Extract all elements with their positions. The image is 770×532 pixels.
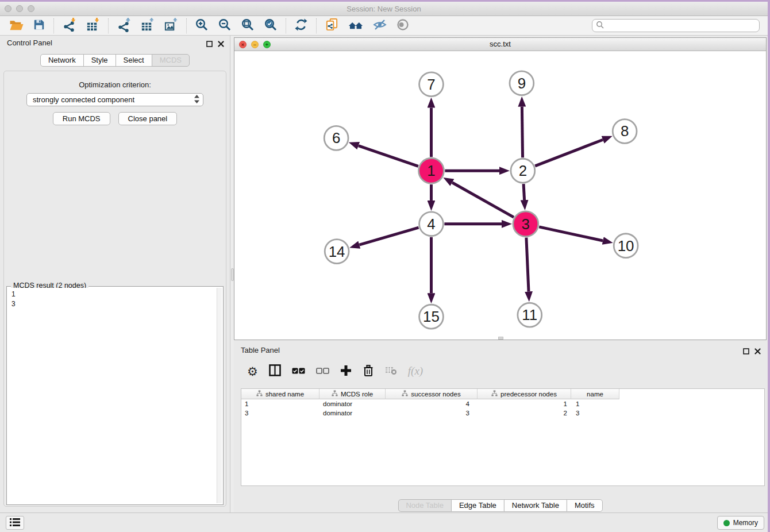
export-network-button[interactable] <box>112 17 136 34</box>
column-header[interactable]: successor nodes <box>386 389 478 399</box>
svg-text:2: 2 <box>519 163 527 179</box>
graph-node-14[interactable]: 14 <box>325 240 349 264</box>
search-icon <box>596 21 604 31</box>
close-panel-icon[interactable] <box>218 39 224 49</box>
toolbar-separator <box>186 18 187 33</box>
svg-text:9: 9 <box>518 75 526 91</box>
node-table: shared name MCDS role successor nodes pr… <box>241 388 765 486</box>
close-network-icon[interactable]: × <box>239 41 247 48</box>
result-line: 1 <box>11 290 218 299</box>
export-table-button[interactable] <box>136 17 159 34</box>
function-builder-button[interactable]: f(x) <box>405 363 426 380</box>
tab-mcds[interactable]: MCDS <box>152 54 190 67</box>
graph-node-8[interactable]: 8 <box>613 119 637 144</box>
close-window-icon[interactable] <box>5 5 11 12</box>
table-row[interactable]: 1dominator411 <box>241 399 764 408</box>
graph-node-11[interactable]: 11 <box>518 303 542 327</box>
tab-edge-table[interactable]: Edge Table <box>451 499 505 512</box>
graph-node-7[interactable]: 7 <box>419 72 444 97</box>
hide-selected-button[interactable] <box>368 17 391 34</box>
float-panel-icon[interactable] <box>743 346 749 357</box>
open-session-button[interactable] <box>5 17 28 34</box>
column-header[interactable]: name <box>571 389 619 399</box>
show-all-button[interactable] <box>391 17 414 34</box>
task-history-button[interactable] <box>6 516 24 530</box>
add-row-button[interactable] <box>337 363 355 380</box>
node-table-body: 1dominator4113dominator323 <box>241 399 764 418</box>
criterion-value: strongly connected component <box>33 95 134 104</box>
graph-edge-3-11[interactable] <box>526 238 529 292</box>
search-input[interactable] <box>604 22 756 30</box>
resize-grip-icon[interactable] <box>498 337 503 340</box>
zoom-out-button[interactable] <box>213 17 236 34</box>
graph-edge-4-14[interactable] <box>359 228 418 245</box>
close-panel-button[interactable]: Close panel <box>118 112 178 125</box>
minimize-network-icon[interactable]: − <box>251 41 259 48</box>
graph-node-10[interactable]: 10 <box>614 234 638 258</box>
graph-node-15[interactable]: 15 <box>419 304 444 329</box>
panel-divider[interactable] <box>230 36 234 512</box>
close-panel-icon[interactable] <box>754 346 761 357</box>
graph-edge-2-3[interactable] <box>523 184 525 200</box>
first-neighbors-button[interactable] <box>344 17 368 34</box>
apply-layout-button[interactable] <box>290 17 313 34</box>
maximize-window-icon[interactable] <box>28 5 34 12</box>
scrollbar[interactable] <box>217 288 222 503</box>
graph-node-9[interactable]: 9 <box>510 71 534 95</box>
zoom-selected-button[interactable] <box>259 17 282 34</box>
graph-edge-2-9[interactable] <box>522 107 522 158</box>
zoom-fit-button[interactable] <box>236 17 259 34</box>
float-panel-icon[interactable] <box>206 39 213 49</box>
import-network-button[interactable] <box>57 17 81 34</box>
graph-edge-3-10[interactable] <box>539 227 603 241</box>
delete-row-button[interactable] <box>360 363 377 380</box>
tab-node-table[interactable]: Node Table <box>398 499 452 512</box>
graph-edge-3-1[interactable] <box>452 183 514 217</box>
save-session-button[interactable] <box>28 17 50 34</box>
network-window-controls: × − + <box>239 41 271 48</box>
graph-edge-1-6[interactable] <box>359 146 418 167</box>
graph-node-3[interactable]: 3 <box>513 211 538 237</box>
svg-text:1: 1 <box>427 163 435 179</box>
svg-text:7: 7 <box>427 76 435 92</box>
table-cell: 2 <box>478 408 571 418</box>
tab-network[interactable]: Network <box>40 54 84 67</box>
new-network-from-selection-button[interactable] <box>320 17 344 34</box>
toolbar-separator <box>53 18 54 33</box>
minimize-window-icon[interactable] <box>16 5 23 12</box>
import-table-button[interactable] <box>81 17 105 34</box>
graph-edge-2-8[interactable] <box>535 140 603 166</box>
graph-node-2[interactable]: 2 <box>511 159 535 183</box>
graph-node-1[interactable]: 1 <box>419 158 444 183</box>
criterion-select[interactable]: strongly connected component <box>26 93 203 106</box>
table-row[interactable]: 3dominator323 <box>241 408 764 418</box>
column-visibility-button[interactable] <box>266 363 284 380</box>
network-canvas-svg: 1234678910111415 <box>234 51 766 340</box>
network-canvas[interactable]: 1234678910111415 <box>234 51 766 340</box>
delete-table-button[interactable] <box>382 363 400 380</box>
tab-motifs[interactable]: Motifs <box>567 499 603 512</box>
tab-select[interactable]: Select <box>116 54 152 67</box>
select-all-button[interactable] <box>289 363 308 380</box>
column-header[interactable]: shared name <box>241 389 319 399</box>
graph-node-4[interactable]: 4 <box>419 212 444 236</box>
network-window-titlebar: × − + scc.txt <box>234 38 766 51</box>
table-cell: 3 <box>386 408 478 418</box>
run-mcds-button[interactable]: Run MCDS <box>53 112 110 125</box>
mcds-result-text[interactable]: 1 3 <box>8 288 222 503</box>
export-image-button[interactable] <box>159 17 183 34</box>
table-panel-header: Table Panel <box>234 343 767 358</box>
tab-network-table[interactable]: Network Table <box>504 499 567 512</box>
zoom-in-button[interactable] <box>190 17 213 34</box>
zoom-selected-icon <box>264 18 278 33</box>
column-header[interactable]: MCDS role <box>319 389 386 399</box>
search-field[interactable] <box>592 19 760 32</box>
column-header[interactable]: predecessor nodes <box>478 389 571 399</box>
maximize-network-icon[interactable]: + <box>263 41 271 48</box>
control-panel: Control Panel Network Style Select MCDS … <box>0 36 230 512</box>
deselect-all-button[interactable] <box>313 363 332 380</box>
memory-button[interactable]: Memory <box>717 516 764 530</box>
table-settings-button[interactable]: ⚙ <box>244 363 261 380</box>
tab-style[interactable]: Style <box>83 54 116 67</box>
graph-node-6[interactable]: 6 <box>324 126 348 150</box>
